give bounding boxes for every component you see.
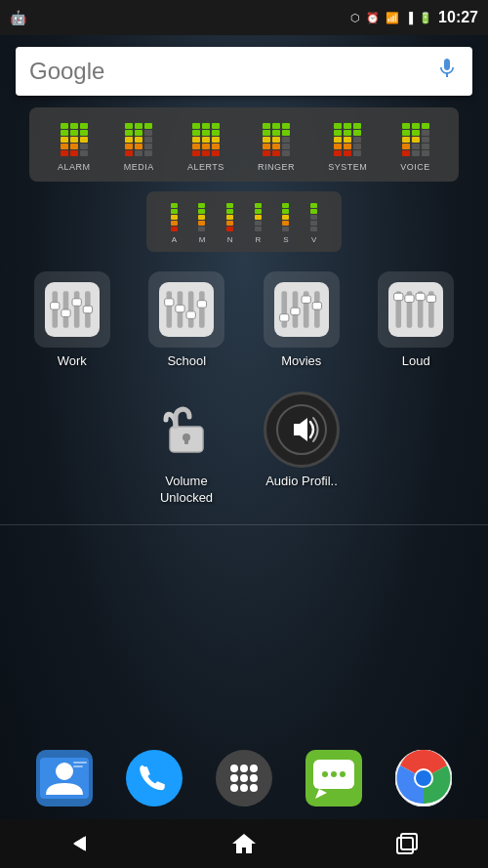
alarm-label: ALARM — [58, 162, 91, 172]
google-logo: Google — [29, 58, 435, 85]
vol-system: SYSTEM — [328, 123, 367, 172]
loud-label: Loud — [402, 353, 430, 368]
svg-rect-17 — [197, 301, 206, 308]
svg-marker-66 — [232, 834, 256, 853]
work-icon-wrap — [34, 271, 110, 348]
svg-rect-35 — [427, 295, 435, 302]
bottom-dock — [0, 736, 488, 819]
svg-rect-68 — [401, 834, 417, 849]
system-label: SYSTEM — [328, 162, 367, 172]
alerts-label: ALERTS — [187, 162, 224, 172]
volume-unlocked-label: Volume Unlocked — [160, 474, 213, 507]
audio-profile-icon-wrap — [264, 392, 340, 468]
svg-rect-33 — [416, 293, 425, 300]
svg-rect-15 — [186, 311, 195, 318]
nav-bar — [0, 819, 488, 868]
search-bar[interactable]: Google — [16, 47, 472, 96]
svg-rect-5 — [74, 291, 80, 327]
ringer-label: RINGER — [258, 162, 295, 172]
volume-widget[interactable]: ALARM — [29, 107, 459, 182]
svg-point-52 — [240, 774, 248, 782]
svg-rect-67 — [397, 838, 413, 853]
svg-rect-2 — [50, 303, 59, 310]
svg-point-59 — [322, 771, 328, 777]
ringer-bars — [263, 123, 290, 156]
vol-voice: VOICE — [400, 123, 430, 172]
svg-point-51 — [230, 774, 238, 782]
mic-icon[interactable] — [435, 57, 459, 86]
app-movies[interactable]: Movies — [249, 271, 354, 368]
svg-rect-13 — [176, 305, 184, 311]
mini-vol-r: R — [255, 203, 262, 244]
alarm-bars — [61, 123, 88, 156]
back-button[interactable] — [57, 824, 105, 863]
movies-icon-wrap — [264, 271, 340, 348]
svg-point-53 — [250, 774, 258, 782]
status-time: 10:27 — [438, 9, 478, 26]
mini-label-n: N — [227, 235, 233, 244]
svg-rect-29 — [394, 293, 403, 300]
svg-point-54 — [230, 784, 238, 792]
app-work[interactable]: Work — [20, 271, 125, 368]
school-icon-wrap — [148, 271, 224, 348]
vol-alerts: ALERTS — [187, 123, 224, 172]
audio-profile-widget[interactable]: Audio Profil.. — [264, 392, 340, 507]
mini-volume-widget[interactable]: A M N R — [146, 191, 342, 252]
audio-profile-label: Audio Profil.. — [265, 474, 338, 490]
dock-chrome[interactable] — [392, 746, 456, 809]
vol-ringer: RINGER — [258, 123, 295, 172]
lock-icon-wrap — [148, 392, 224, 468]
svg-rect-8 — [83, 306, 92, 312]
battery-icon: 🔋 — [419, 12, 432, 24]
android-icon: 🤖 — [10, 10, 26, 25]
svg-rect-19 — [281, 291, 287, 327]
mini-vol-v: V — [310, 203, 317, 244]
dock-contacts[interactable] — [33, 746, 97, 809]
dock-messenger[interactable] — [303, 746, 366, 809]
bottom-widgets: Volume Unlocked Audio Profil.. — [0, 382, 488, 517]
voice-bars — [402, 123, 429, 156]
status-left-icons: 🤖 — [10, 10, 26, 25]
alerts-bars — [192, 123, 220, 156]
status-right-icons: ⬡ ⏰ 📶 ▐ 🔋 10:27 — [350, 9, 478, 26]
app-school[interactable]: School — [135, 271, 240, 368]
mini-label-r: R — [255, 235, 261, 244]
mini-label-v: V — [311, 235, 316, 244]
svg-rect-31 — [405, 295, 414, 302]
svg-point-55 — [240, 784, 248, 792]
signal-icon: ▐ — [405, 12, 413, 23]
school-label: School — [167, 353, 206, 368]
svg-point-65 — [416, 770, 431, 786]
dock-phone[interactable] — [123, 746, 186, 809]
svg-rect-24 — [302, 296, 310, 303]
recents-button[interactable] — [383, 824, 431, 863]
mini-label-a: A — [172, 235, 177, 244]
svg-point-61 — [340, 771, 346, 777]
mini-vol-n: N — [226, 203, 233, 244]
mini-vol-s: S — [282, 203, 289, 244]
loud-icon-wrap — [378, 271, 454, 348]
app-grid: Work School — [0, 262, 488, 378]
svg-rect-20 — [279, 314, 288, 321]
svg-rect-11 — [165, 299, 174, 306]
volume-unlocked-widget[interactable]: Volume Unlocked — [148, 392, 224, 507]
svg-point-48 — [230, 765, 238, 772]
home-button[interactable] — [220, 824, 268, 863]
wifi-icon: 📶 — [386, 12, 399, 24]
svg-rect-4 — [61, 310, 70, 316]
svg-point-50 — [250, 765, 258, 772]
svg-point-43 — [56, 763, 73, 780]
work-label: Work — [58, 353, 87, 368]
system-bars — [334, 123, 361, 156]
svg-rect-10 — [167, 291, 173, 327]
status-bar: 🤖 ⬡ ⏰ 📶 ▐ 🔋 10:27 — [0, 0, 488, 35]
svg-rect-22 — [291, 308, 300, 314]
app-loud[interactable]: Loud — [364, 271, 469, 368]
dock-divider — [0, 524, 488, 525]
svg-point-56 — [250, 784, 258, 792]
svg-point-60 — [331, 771, 337, 777]
bluetooth-icon: ⬡ — [350, 12, 360, 24]
svg-rect-16 — [199, 291, 205, 327]
dock-apps[interactable] — [213, 746, 276, 809]
svg-rect-38 — [184, 437, 188, 444]
